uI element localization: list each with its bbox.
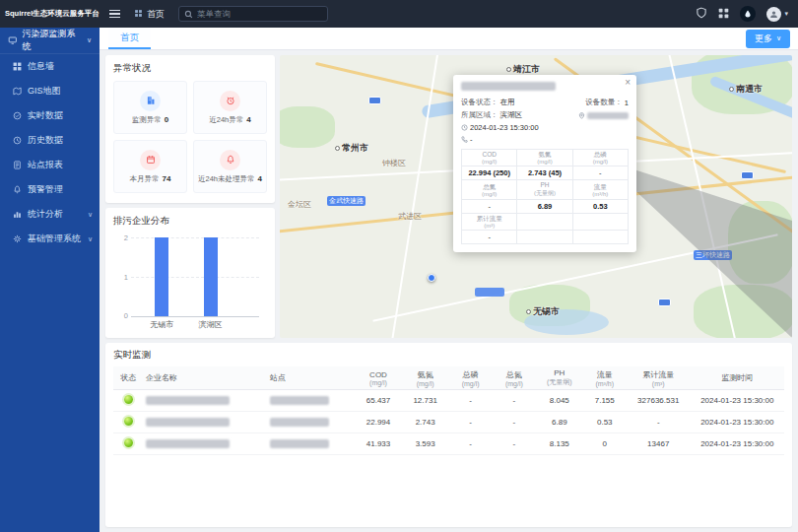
- popup-flow-value: 0.53: [572, 200, 628, 214]
- y-tick: 0: [117, 311, 128, 320]
- search-icon: [184, 5, 193, 23]
- tab-home[interactable]: 首页: [108, 28, 151, 49]
- phone-icon: [461, 136, 468, 143]
- realtime-table: 状态 企业名称 站点 COD(mg/l) 氨氮(mg/l) 总磷(mg/l) 总…: [113, 366, 784, 455]
- y-tick: 1: [117, 273, 128, 282]
- redacted-site-name: [270, 396, 329, 405]
- sidebar-item-alert-management[interactable]: 预警管理: [0, 177, 100, 202]
- topbar-actions: ▾: [696, 5, 788, 23]
- table-header-row: 状态 企业名称 站点 COD(mg/l) 氨氮(mg/l) 总磷(mg/l) 总…: [113, 366, 784, 390]
- building-icon: [140, 91, 161, 111]
- app-logo: Squirrel生态环境云服务平台: [0, 9, 100, 19]
- content-area: 异常状况 监测异常0 近24h异常4 本月异常74: [100, 50, 798, 532]
- stats-chart-icon: [13, 210, 22, 219]
- map-road: [388, 55, 441, 338]
- calendar-icon: [140, 150, 161, 170]
- sidebar: 污染源监测系统 ∨ 信息墙 GIS地图 实时数据 历史数据 站点报表 预警管理: [0, 28, 100, 532]
- device-count-value: 1: [625, 99, 629, 107]
- close-icon[interactable]: ×: [625, 78, 631, 88]
- alert-bell-icon: [220, 150, 240, 170]
- stat-card-month-abnormal[interactable]: 本月异常74: [113, 140, 187, 193]
- sidebar-root-label: 污染源监测系统: [23, 28, 82, 53]
- status-dot: [124, 395, 133, 404]
- table-row[interactable]: 22.9942.743--6.890.53- 2024-01-23 15:30:…: [113, 412, 784, 433]
- abnormal-title: 异常状况: [113, 62, 267, 75]
- region-value: 滨湖区: [500, 110, 523, 120]
- apps-grid-icon[interactable]: [718, 5, 729, 23]
- sidebar-item-base-management[interactable]: 基础管理系统 ∨: [0, 227, 100, 251]
- redacted-station-name: [461, 82, 556, 91]
- hamburger-menu-icon[interactable]: [109, 10, 120, 19]
- sidebar-root-system[interactable]: 污染源监测系统 ∨: [0, 28, 100, 54]
- report-icon: [13, 161, 22, 169]
- alert-bell-icon: [13, 185, 22, 194]
- chevron-down-icon: ∨: [87, 36, 92, 44]
- popup-tn-value: -: [462, 200, 517, 214]
- tab-bar: 首页 更多 ∨: [100, 28, 798, 50]
- bar-wuxi: [155, 237, 168, 316]
- app-root: Squirrel生态环境云服务平台 首页 ▾ 污染源监测系统 ∨: [0, 0, 798, 532]
- enterprise-distribution-panel: 排污企业分布 2 1 0 无锡市 滨湖区: [105, 208, 275, 338]
- menu-search[interactable]: [178, 6, 328, 22]
- popup-datetime: 2024-01-23 15:30:00: [470, 123, 539, 132]
- breadcrumb-home-label: 首页: [147, 8, 165, 21]
- water-drop-logo-icon[interactable]: [740, 6, 756, 22]
- user-menu[interactable]: ▾: [766, 7, 788, 22]
- station-popup: × 设备状态：在用 设备数量：1 所属区域：滨湖区: [453, 75, 636, 252]
- realtime-icon: [13, 111, 22, 120]
- table-row[interactable]: 65.43712.731--8.0457.155327636.531 2024-…: [113, 390, 784, 412]
- stat-card-24h-abnormal[interactable]: 近24h异常4: [193, 81, 267, 134]
- table-row[interactable]: 41.9333.593--8.135013467 2024-01-23 15:3…: [113, 433, 784, 455]
- location-pin-icon: [578, 112, 585, 119]
- gis-map[interactable]: 靖江市南通市常州市无锡市钟楼区武进区金坛区金武快速路三环快速路 × 设备状态：在…: [280, 55, 792, 338]
- info-wall-icon: [13, 62, 22, 71]
- stat-card-24h-unhandled[interactable]: 近24h未处理异常4: [193, 140, 267, 193]
- user-avatar: [766, 7, 781, 22]
- map-label-city: 无锡市: [526, 305, 560, 318]
- map-icon: [13, 87, 22, 96]
- y-tick: 2: [117, 233, 128, 242]
- sidebar-item-statistics[interactable]: 统计分析 ∨: [0, 202, 100, 227]
- popup-metrics-grid: COD(mg/l) 氨氮(mg/l) 总磷(mg/l) 22.994 (250)…: [461, 149, 629, 244]
- map-label-city: 南通市: [729, 83, 763, 96]
- redacted-address: [587, 112, 629, 119]
- sidebar-item-gis-map[interactable]: GIS地图: [0, 79, 100, 103]
- chart-title: 排污企业分布: [113, 215, 267, 228]
- redacted-site-name: [270, 439, 329, 448]
- redacted-company-name: [146, 439, 230, 448]
- sidebar-item-history-data[interactable]: 历史数据: [0, 128, 100, 153]
- realtime-title: 实时监测: [113, 349, 784, 362]
- road-shield: [368, 97, 381, 104]
- gear-icon: [13, 234, 22, 243]
- map-label-district: 武进区: [398, 211, 422, 222]
- sidebar-item-info-wall[interactable]: 信息墙: [0, 54, 100, 79]
- badge-shield-icon[interactable]: [696, 5, 707, 23]
- sidebar-item-realtime-data[interactable]: 实时数据: [0, 103, 100, 128]
- home-icon: [134, 9, 143, 20]
- bar-binhu: [204, 237, 218, 316]
- status-dot: [124, 438, 133, 447]
- sidebar-item-site-report[interactable]: 站点报表: [0, 153, 100, 177]
- popup-tp-value: -: [572, 166, 628, 180]
- chevron-down-icon: ∨: [776, 34, 781, 42]
- popup-total-flow-value: -: [462, 231, 517, 244]
- search-input[interactable]: [197, 9, 322, 19]
- map-label-district: 金坛区: [288, 199, 311, 210]
- stat-card-monitor-abnormal[interactable]: 监测异常0: [113, 81, 187, 134]
- redacted-site-name: [270, 418, 329, 427]
- popup-ph-value: 6.89: [517, 200, 572, 214]
- map-road-shield: [475, 288, 504, 297]
- map-label-city: 常州市: [335, 142, 368, 155]
- x-label: 滨湖区: [199, 319, 223, 330]
- chevron-down-icon: ∨: [88, 235, 93, 243]
- road-shield: [741, 171, 754, 179]
- breadcrumb[interactable]: 首页: [134, 8, 165, 21]
- chevron-down-icon: ▾: [784, 10, 788, 18]
- station-marker[interactable]: [428, 274, 435, 282]
- popup-cod-value: 22.994 (250): [462, 166, 517, 180]
- alarm-icon: [220, 91, 240, 111]
- more-button[interactable]: 更多 ∨: [746, 30, 790, 48]
- history-clock-icon: [13, 136, 22, 145]
- redacted-company-name: [146, 418, 230, 427]
- realtime-monitor-panel: 实时监测 状态 企业名称 站点 COD(mg/l) 氨氮(mg/l) 总磷(mg…: [105, 343, 792, 527]
